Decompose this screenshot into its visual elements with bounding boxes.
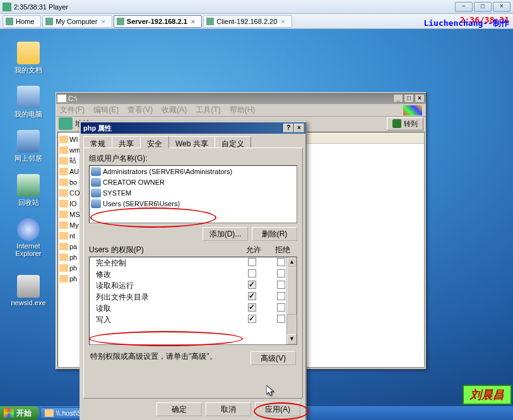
list-item[interactable]: IO — [59, 198, 82, 209]
user-list[interactable]: Administrators (SERVER6\Administrators)C… — [89, 165, 297, 223]
help-button[interactable]: ? — [283, 124, 293, 132]
deny-checkbox[interactable] — [277, 315, 285, 323]
tab-client[interactable]: Client-192.168.2.20× — [203, 15, 292, 28]
allow-checkbox[interactable] — [248, 269, 256, 277]
list-item[interactable]: ph — [59, 262, 82, 273]
explorer-titlebar[interactable]: C:\ _ □ × — [56, 93, 426, 104]
deny-checkbox[interactable] — [277, 258, 285, 266]
permission-name: 列出文件夹目录 — [91, 292, 237, 303]
network-icon — [17, 130, 40, 153]
user-item[interactable]: SYSTEM — [90, 187, 297, 198]
deny-checkbox[interactable] — [277, 281, 285, 289]
dialog-buttons: 确定 取消 应用(A) — [156, 402, 300, 416]
tab-server[interactable]: Server-192.168.2.1× — [114, 15, 202, 28]
ok-button[interactable]: 确定 — [156, 402, 202, 416]
list-item[interactable]: wm — [59, 144, 82, 155]
folder-icon — [59, 157, 68, 165]
drive-icon — [57, 95, 66, 102]
remove-button[interactable]: 删除(R) — [252, 227, 297, 241]
menu-view[interactable]: 查看(V) — [127, 105, 153, 115]
start-button[interactable]: 开始 — [0, 406, 39, 420]
permission-row: 完全控制 — [90, 257, 297, 269]
menu-file[interactable]: 文件(F) — [60, 105, 85, 115]
desktop-icon-mycomputer[interactable]: 我的电脑 — [6, 86, 50, 119]
apply-button[interactable]: 应用(A) — [255, 402, 300, 416]
list-item[interactable]: My — [59, 219, 82, 230]
menu-edit[interactable]: 编辑(E) — [93, 105, 119, 115]
tab-mycomputer[interactable]: My Computer× — [42, 15, 112, 28]
users-label: 组或用户名称(G): — [89, 153, 297, 164]
desktop[interactable]: 我的文档 我的电脑 网上邻居 回收站 Internet Explorer new… — [0, 29, 513, 406]
menubar: 文件(F) 编辑(E) 查看(V) 收藏(A) 工具(T) 帮助(H) — [56, 104, 426, 117]
scrollbar[interactable]: ▲ ▼ — [286, 257, 297, 344]
close-icon[interactable]: × — [281, 18, 285, 25]
player-icon — [3, 3, 11, 11]
menu-fav[interactable]: 收藏(A) — [162, 105, 187, 115]
permission-name: 修改 — [91, 269, 237, 280]
scroll-thumb[interactable] — [287, 267, 297, 315]
allow-checkbox[interactable] — [248, 303, 256, 312]
list-item[interactable]: AU — [59, 166, 82, 177]
list-item[interactable]: pa — [59, 241, 82, 252]
tab-general[interactable]: 常规 — [83, 136, 112, 148]
list-item[interactable]: WI — [59, 134, 82, 144]
tab-home[interactable]: Home — [3, 15, 41, 28]
go-button[interactable]: 转到 — [387, 117, 423, 131]
tab-web[interactable]: Web 共享 — [168, 136, 215, 148]
close-icon[interactable]: × — [101, 18, 105, 25]
permissions-list[interactable]: ▲ ▼ 完全控制修改读取和运行列出文件夹目录读取写入 — [89, 257, 297, 345]
scroll-up-icon[interactable]: ▲ — [287, 257, 297, 267]
cancel-button[interactable]: 取消 — [206, 402, 251, 416]
menu-tools[interactable]: 工具(T) — [196, 105, 220, 115]
maximize-button[interactable]: □ — [474, 2, 492, 12]
list-item[interactable]: ph — [59, 273, 82, 284]
user-item[interactable]: CREATOR OWNER — [90, 177, 297, 187]
close-icon[interactable]: × — [191, 18, 195, 25]
group-icon — [91, 189, 101, 197]
back-button[interactable] — [59, 117, 73, 130]
close-button[interactable]: × — [294, 124, 304, 132]
folder-icon — [59, 254, 68, 261]
allow-checkbox[interactable] — [248, 292, 256, 300]
folder-icon — [59, 136, 68, 143]
permissions-label: Users 的权限(P) — [89, 245, 239, 255]
add-button[interactable]: 添加(D)... — [203, 227, 248, 241]
list-item[interactable]: nt — [59, 230, 82, 241]
desktop-icon-recycle[interactable]: 回收站 — [6, 174, 50, 207]
permission-row: 读取和运行 — [90, 280, 297, 291]
deny-checkbox[interactable] — [277, 269, 285, 277]
allow-checkbox[interactable] — [248, 315, 256, 323]
user-item[interactable]: Administrators (SERVER6\Administrators) — [90, 166, 297, 177]
list-item[interactable]: ph — [59, 252, 82, 262]
allow-checkbox[interactable] — [248, 258, 256, 266]
tab-share[interactable]: 共享 — [112, 136, 141, 148]
computer-icon — [17, 86, 40, 108]
deny-checkbox[interactable] — [277, 303, 285, 312]
minimize-button[interactable]: _ — [393, 94, 403, 103]
desktop-icon-ie[interactable]: Internet Explorer — [6, 218, 50, 257]
close-button[interactable]: × — [415, 94, 425, 103]
user-item[interactable]: Users (SERVER6\Users) — [90, 198, 297, 209]
allow-checkbox[interactable] — [248, 281, 256, 289]
folder-icon — [59, 168, 68, 175]
list-item[interactable]: MS — [59, 209, 82, 219]
deny-checkbox[interactable] — [277, 292, 285, 300]
desktop-icon-network[interactable]: 网上邻居 — [6, 130, 50, 163]
list-item[interactable]: CO — [59, 187, 82, 198]
desktop-icon-newsid[interactable]: newsid.exe — [6, 275, 50, 306]
advanced-button[interactable]: 高级(V) — [251, 351, 296, 365]
properties-dialog: php 属性 ? × 常规 共享 安全 Web 共享 自定义 组或用户名称(G)… — [80, 121, 307, 420]
dialog-titlebar[interactable]: php 属性 ? × — [81, 122, 305, 134]
minimize-button[interactable]: − — [455, 2, 473, 12]
tab-security[interactable]: 安全 — [140, 136, 169, 148]
close-button[interactable]: × — [493, 2, 510, 12]
desktop-icon-mydocs[interactable]: 我的文档 — [6, 42, 50, 75]
list-item[interactable]: bo — [59, 177, 82, 187]
tab-custom[interactable]: 自定义 — [215, 136, 251, 148]
recycle-icon — [17, 174, 40, 197]
scroll-down-icon[interactable]: ▼ — [287, 334, 297, 344]
menu-help[interactable]: 帮助(H) — [230, 105, 256, 115]
list-item[interactable]: 站 — [59, 155, 82, 166]
maximize-button[interactable]: □ — [404, 94, 414, 103]
permission-name: 读取 — [91, 303, 237, 314]
